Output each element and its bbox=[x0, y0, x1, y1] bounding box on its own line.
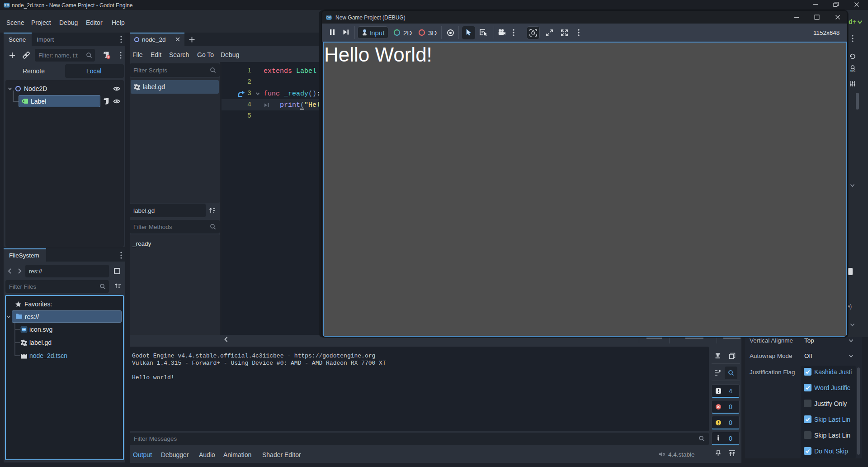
svg-text:DOC: DOC bbox=[850, 69, 856, 72]
